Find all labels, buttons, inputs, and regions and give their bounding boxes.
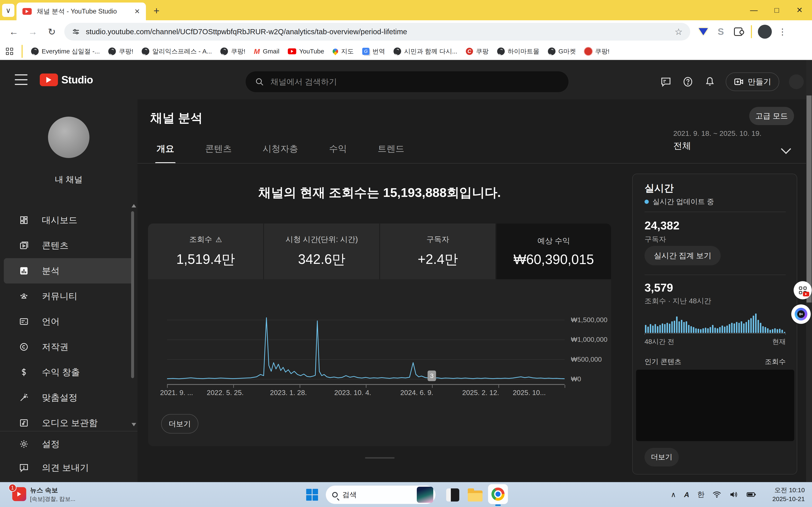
hamburger-menu-icon[interactable] bbox=[15, 74, 28, 85]
sidebar-scrollbar[interactable] bbox=[131, 211, 134, 378]
bookmark-item[interactable]: Everytime 십일절 -... bbox=[31, 47, 100, 56]
news-widget-title[interactable]: 뉴스 속보 bbox=[30, 486, 58, 495]
taskbar-app-device[interactable] bbox=[446, 489, 459, 502]
metric-card-subscribers[interactable]: 구독자 +2.4만 bbox=[380, 224, 496, 279]
period-label[interactable]: 전체 bbox=[673, 140, 691, 152]
tab-audience[interactable]: 시청자층 bbox=[263, 143, 298, 164]
tray-chevron-icon[interactable]: ∧ bbox=[671, 490, 676, 499]
volume-icon[interactable] bbox=[729, 490, 738, 499]
back-button[interactable]: ← bbox=[4, 26, 23, 37]
sidebar-item-send-feedback[interactable]: 의견 보내기 bbox=[4, 456, 134, 480]
bookmark-item[interactable]: MGmail bbox=[254, 47, 280, 56]
floating-assistant-widget[interactable] bbox=[791, 304, 811, 324]
chart-scroll-badge[interactable]: 3 bbox=[427, 371, 436, 381]
apps-grid-icon[interactable] bbox=[6, 48, 13, 55]
new-tab-button[interactable]: + bbox=[151, 5, 162, 16]
sidebar-item-dashboard[interactable]: 대시보드 bbox=[4, 208, 134, 233]
help-icon[interactable] bbox=[682, 76, 694, 88]
sidebar-item-analytics[interactable]: 분석 bbox=[4, 258, 134, 283]
realtime-see-more-button[interactable]: 더보기 bbox=[645, 448, 679, 466]
see-live-count-button[interactable]: 실시간 집계 보기 bbox=[645, 246, 721, 265]
y-tick-label: ₩1,500,000 bbox=[571, 316, 608, 324]
url-text[interactable]: studio.youtube.com/channel/UCfD7OSttpwbf… bbox=[86, 27, 669, 36]
sidebar-item-copyright[interactable]: 저작권 bbox=[4, 334, 134, 359]
taskbar-clock[interactable]: 오전 10:10 2025-10-21 bbox=[763, 482, 805, 507]
maximize-button[interactable]: □ bbox=[771, 6, 782, 14]
metric-card-watch-time[interactable]: 시청 시간(단위: 시간) 342.6만 bbox=[264, 224, 380, 279]
bookmark-item[interactable]: 알리익스프레스 - A... bbox=[142, 47, 212, 56]
youtube-badge-icon bbox=[803, 292, 809, 296]
bookmark-item[interactable]: C쿠팡 bbox=[466, 47, 489, 56]
studio-profile-avatar[interactable] bbox=[789, 74, 804, 89]
feedback-comment-icon[interactable] bbox=[660, 76, 672, 88]
time-label: 오전 10:10 bbox=[774, 486, 805, 495]
realtime-panel: 실시간 실시간 업데이트 중 24,382 구독자 실시간 집계 보기 3,57… bbox=[632, 174, 797, 474]
bookmark-item[interactable]: G번역 bbox=[362, 47, 385, 56]
tab-trends[interactable]: 트렌드 bbox=[378, 143, 404, 164]
sidebar-scroll-up-icon[interactable] bbox=[132, 204, 136, 208]
bookmark-item[interactable]: 시민과 함께 다시... bbox=[394, 47, 457, 56]
metric-card-revenue[interactable]: 예상 수익 ₩60,390,015 bbox=[496, 224, 611, 279]
sidebar-item-content[interactable]: 콘텐츠 bbox=[4, 233, 134, 258]
battery-icon[interactable] bbox=[746, 490, 756, 499]
bookmark-item[interactable]: 쿠팡! bbox=[585, 47, 609, 56]
wifi-icon[interactable] bbox=[712, 490, 721, 499]
site-info-icon[interactable] bbox=[72, 28, 80, 36]
create-button[interactable]: 만들기 bbox=[726, 72, 779, 91]
bookmark-item[interactable]: 하이마트몰 bbox=[497, 47, 540, 56]
sidebar-item-audio-library[interactable]: 오디오 보관함 bbox=[4, 410, 134, 431]
divider bbox=[645, 275, 786, 275]
sidebar-scroll-down-icon[interactable] bbox=[132, 423, 136, 426]
tab-overview[interactable]: 개요 bbox=[156, 143, 174, 164]
forward-button[interactable]: → bbox=[23, 26, 42, 37]
pen-input-icon[interactable]: A bbox=[684, 491, 689, 499]
advanced-mode-button[interactable]: 고급 모드 bbox=[749, 107, 794, 125]
extensions-puzzle-icon[interactable] bbox=[734, 27, 743, 36]
sidebar-item-subtitles[interactable]: 언어 bbox=[4, 309, 134, 334]
bookmark-item[interactable]: 쿠팡! bbox=[108, 47, 133, 56]
start-button[interactable] bbox=[306, 489, 318, 501]
bookmark-item[interactable]: YouTube bbox=[288, 48, 324, 55]
tab-close-icon[interactable]: ✕ bbox=[134, 7, 140, 15]
minimize-button[interactable]: — bbox=[749, 6, 759, 14]
metric-card-views[interactable]: 조회수⚠ 1,519.4만 bbox=[148, 224, 264, 279]
news-widget-subtitle[interactable]: [속보]경찰, 캄보... bbox=[30, 495, 75, 503]
popular-content-list[interactable] bbox=[636, 370, 794, 441]
tab-search-button[interactable]: ∨ bbox=[2, 4, 14, 17]
browser-profile-avatar[interactable] bbox=[758, 25, 772, 39]
studio-search-input[interactable] bbox=[270, 77, 559, 87]
channel-avatar[interactable] bbox=[48, 117, 90, 158]
sidebar-item-community[interactable]: 커뮤니티 bbox=[4, 283, 134, 309]
notifications-bell-icon[interactable] bbox=[704, 76, 716, 88]
globe-icon bbox=[108, 48, 116, 55]
bookmark-item[interactable]: 쿠팡! bbox=[220, 47, 245, 56]
close-button[interactable]: ✕ bbox=[794, 6, 805, 14]
browser-menu-icon[interactable]: ⋮ bbox=[778, 27, 786, 37]
s-extension-icon[interactable]: S bbox=[718, 26, 724, 37]
address-bar[interactable]: studio.youtube.com/channel/UCfD7OSttpwbf… bbox=[64, 23, 690, 41]
sidebar-item-customization[interactable]: 맞춤설정 bbox=[4, 385, 134, 410]
sidebar-item-monetization[interactable]: 수익 창출 bbox=[4, 359, 134, 385]
tab-revenue[interactable]: 수익 bbox=[329, 143, 347, 164]
tab-content[interactable]: 콘텐츠 bbox=[205, 143, 232, 164]
sidebar-item-settings[interactable]: 설정 bbox=[4, 432, 134, 456]
bookmark-item[interactable]: 지도 bbox=[333, 47, 354, 56]
browser-tab[interactable]: 채널 분석 - YouTube Studio ✕ bbox=[16, 3, 146, 20]
bookmark-star-icon[interactable]: ☆ bbox=[674, 26, 682, 37]
see-more-button[interactable]: 더보기 bbox=[161, 414, 198, 434]
bookmark-item[interactable]: G마켓 bbox=[548, 47, 576, 56]
chrome-taskbar-button[interactable] bbox=[488, 484, 508, 504]
studio-search-box[interactable] bbox=[245, 71, 569, 93]
ime-korean-indicator[interactable]: 한 bbox=[697, 490, 704, 499]
taskbar-search[interactable]: 검색 bbox=[326, 486, 436, 504]
globe-icon bbox=[548, 48, 556, 55]
gear-icon bbox=[19, 439, 29, 449]
floating-app-widget[interactable] bbox=[794, 281, 812, 299]
globe-icon bbox=[394, 48, 401, 55]
studio-logo[interactable]: Studio bbox=[40, 73, 93, 86]
reload-button[interactable]: ↻ bbox=[42, 26, 61, 37]
download-extension-icon[interactable] bbox=[699, 28, 708, 35]
file-explorer-icon[interactable] bbox=[468, 491, 483, 502]
divider bbox=[645, 212, 786, 212]
page-scrollbar-thumb[interactable] bbox=[807, 96, 812, 302]
